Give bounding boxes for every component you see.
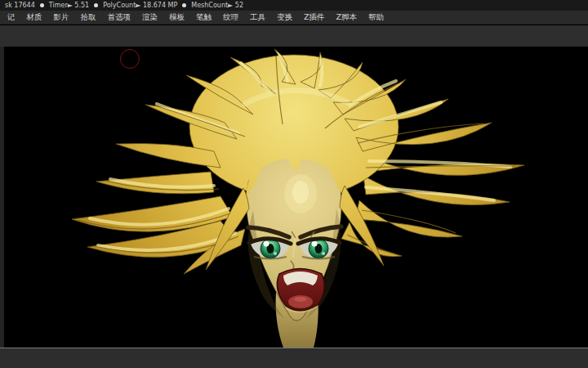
menu-item-material[interactable]: 材质	[27, 12, 42, 23]
menu-item-help[interactable]: 帮助	[368, 12, 384, 23]
menu-item-stroke[interactable]: 笔触	[196, 12, 212, 23]
meshcount-dot-icon	[182, 3, 186, 7]
zbrush-app: sk 17644 Timer► 5.51 PolyCount► 18.674 M…	[0, 0, 588, 368]
disk-stat: sk 17644	[5, 2, 35, 9]
meshcount-stat: MeshCount► 52	[191, 2, 243, 9]
menu-item-movie[interactable]: 影片	[54, 12, 69, 23]
menu-item-zplugin[interactable]: Z插件	[304, 12, 325, 23]
menu-bar: 记 材质 影片 拾取 首选项 渲染 模板 笔触 纹理 工具 变换 Z插件 Z脚本…	[0, 11, 588, 25]
forehead-highlight-core	[292, 181, 309, 204]
model-render	[0, 47, 588, 348]
brush-cursor	[120, 49, 140, 69]
menu-item-stencil[interactable]: 模板	[169, 12, 185, 23]
menu-item-texture[interactable]: 纹理	[223, 12, 238, 23]
menu-item-transform[interactable]: 变换	[277, 12, 292, 23]
polycount-stat: PolyCount► 18.674 MP	[103, 2, 177, 9]
menu-item-tool[interactable]: 工具	[250, 12, 265, 23]
menu-item-zscript[interactable]: Z脚本	[336, 12, 358, 23]
viewport-canvas[interactable]	[0, 47, 588, 348]
menu-item-marker[interactable]: 记	[7, 12, 16, 23]
menu-item-preferences[interactable]: 首选项	[108, 12, 131, 23]
polycount-dot-icon	[94, 3, 98, 7]
bottom-bar	[0, 348, 588, 368]
status-bar: sk 17644 Timer► 5.51 PolyCount► 18.674 M…	[0, 0, 588, 11]
top-shelf	[0, 25, 588, 47]
menu-item-picker[interactable]: 拾取	[81, 12, 96, 23]
menu-item-render[interactable]: 渲染	[142, 12, 158, 23]
timer-stat: Timer► 5.51	[49, 2, 89, 9]
timer-dot-icon	[40, 3, 44, 7]
